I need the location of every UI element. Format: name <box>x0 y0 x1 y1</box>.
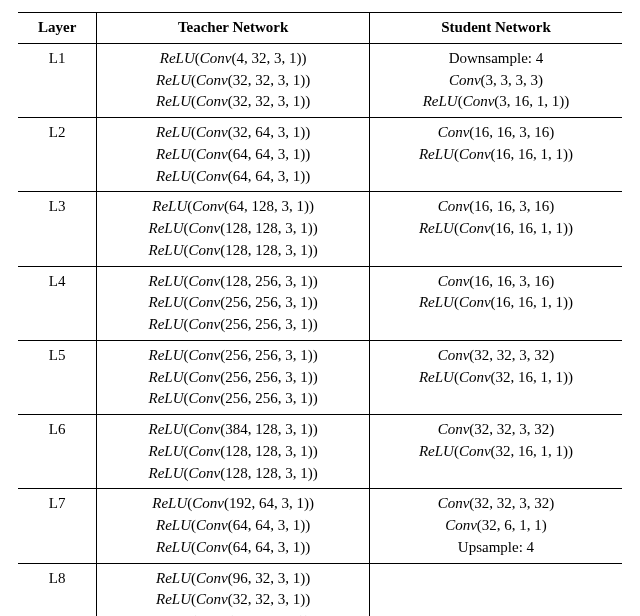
student-cell: Conv(32, 32, 3, 32) ReLU(Conv(32, 16, 1,… <box>369 415 622 489</box>
layer-cell: L8 <box>18 563 97 616</box>
teacher-cell: ReLU(Conv(4, 32, 3, 1)) ReLU(Conv(32, 32… <box>97 43 370 117</box>
table-header-row: Layer Teacher Network Student Network <box>18 13 622 44</box>
layer-cell: L5 <box>18 340 97 414</box>
table-row: L7 ReLU(Conv(192, 64, 3, 1)) ReLU(Conv(6… <box>18 489 622 563</box>
table-row: L6 ReLU(Conv(384, 128, 3, 1)) ReLU(Conv(… <box>18 415 622 489</box>
student-cell: Conv(16, 16, 3, 16) ReLU(Conv(16, 16, 1,… <box>369 192 622 266</box>
student-cell: Conv(32, 32, 3, 32) ReLU(Conv(32, 16, 1,… <box>369 340 622 414</box>
table-row: L8 ReLU(Conv(96, 32, 3, 1)) ReLU(Conv(32… <box>18 563 622 616</box>
table-row: L2 ReLU(Conv(32, 64, 3, 1)) ReLU(Conv(64… <box>18 118 622 192</box>
layer-cell: L2 <box>18 118 97 192</box>
table-row: L1 ReLU(Conv(4, 32, 3, 1)) ReLU(Conv(32,… <box>18 43 622 117</box>
student-cell <box>369 563 622 616</box>
layer-cell: L1 <box>18 43 97 117</box>
table-row: L4 ReLU(Conv(128, 256, 3, 1)) ReLU(Conv(… <box>18 266 622 340</box>
col-layer: Layer <box>18 13 97 44</box>
layer-cell: L4 <box>18 266 97 340</box>
layer-cell: L3 <box>18 192 97 266</box>
teacher-cell: ReLU(Conv(64, 128, 3, 1)) ReLU(Conv(128,… <box>97 192 370 266</box>
teacher-cell: ReLU(Conv(96, 32, 3, 1)) ReLU(Conv(32, 3… <box>97 563 370 616</box>
student-cell: Conv(16, 16, 3, 16) ReLU(Conv(16, 16, 1,… <box>369 118 622 192</box>
col-teacher: Teacher Network <box>97 13 370 44</box>
teacher-cell: ReLU(Conv(192, 64, 3, 1)) ReLU(Conv(64, … <box>97 489 370 563</box>
teacher-cell: ReLU(Conv(128, 256, 3, 1)) ReLU(Conv(256… <box>97 266 370 340</box>
student-cell: Conv(16, 16, 3, 16) ReLU(Conv(16, 16, 1,… <box>369 266 622 340</box>
teacher-cell: ReLU(Conv(256, 256, 3, 1)) ReLU(Conv(256… <box>97 340 370 414</box>
layer-cell: L6 <box>18 415 97 489</box>
col-student: Student Network <box>369 13 622 44</box>
student-cell: Downsample: 4 Conv(3, 3, 3, 3) ReLU(Conv… <box>369 43 622 117</box>
table-row: L5 ReLU(Conv(256, 256, 3, 1)) ReLU(Conv(… <box>18 340 622 414</box>
layer-cell: L7 <box>18 489 97 563</box>
student-cell: Conv(32, 32, 3, 32) Conv(32, 6, 1, 1) Up… <box>369 489 622 563</box>
table-row: L3 ReLU(Conv(64, 128, 3, 1)) ReLU(Conv(1… <box>18 192 622 266</box>
architecture-table: Layer Teacher Network Student Network L1… <box>18 12 622 616</box>
teacher-cell: ReLU(Conv(384, 128, 3, 1)) ReLU(Conv(128… <box>97 415 370 489</box>
teacher-cell: ReLU(Conv(32, 64, 3, 1)) ReLU(Conv(64, 6… <box>97 118 370 192</box>
